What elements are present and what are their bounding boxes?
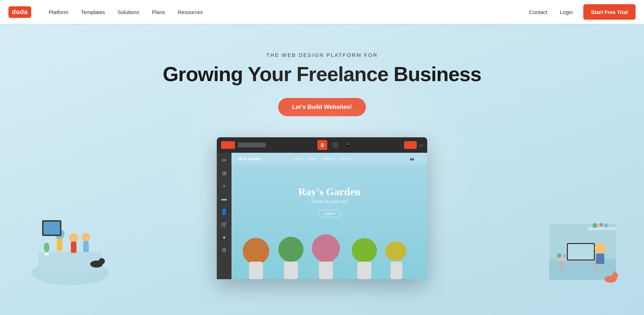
browser-red-button[interactable] xyxy=(221,141,235,149)
start-free-trial-button[interactable]: Start Free Trial xyxy=(583,4,636,20)
nav-item-solutions[interactable]: Solutions xyxy=(111,0,146,24)
facebook-icon: f xyxy=(416,157,417,160)
hero-cta-button[interactable]: Let's Build Websites! xyxy=(278,98,366,116)
svg-point-11 xyxy=(99,258,105,264)
media-icon[interactable]: ▬ xyxy=(221,196,227,202)
preview-nav-about: About xyxy=(308,157,317,160)
navbar: duda Platform Templates Solutions Plans … xyxy=(0,0,644,24)
plant-pots-row xyxy=(232,234,427,279)
user-icon[interactable]: 👤 xyxy=(221,208,228,215)
svg-point-27 xyxy=(592,223,597,228)
preview-nav-products: Products xyxy=(322,157,335,160)
pencil-icon[interactable]: ✏ xyxy=(222,157,227,164)
svg-point-20 xyxy=(352,238,377,263)
browser-url-bar xyxy=(238,143,266,147)
preview-nav: W Al Garden Home About Products Contact … xyxy=(232,153,427,165)
home-icon[interactable]: ⌂ xyxy=(420,142,423,148)
svg-rect-31 xyxy=(560,261,563,271)
svg-point-6 xyxy=(82,233,90,241)
svg-point-16 xyxy=(279,237,304,262)
nav-left: Platform Templates Solutions Plans Resou… xyxy=(42,0,523,24)
svg-rect-15 xyxy=(249,262,263,279)
browser-bar: 🖥 ⬛ 📱 ⌂ xyxy=(217,137,427,153)
nav-item-platform[interactable]: Platform xyxy=(42,0,75,24)
svg-rect-41 xyxy=(563,255,566,257)
browser-mockup: 🖥 ⬛ 📱 ⌂ ✏ ⊞ + ▬ 👤 🛒 xyxy=(217,137,427,279)
svg-point-38 xyxy=(612,273,618,279)
svg-rect-17 xyxy=(284,262,298,279)
preview-site-title: Ray's Garden xyxy=(298,186,361,198)
website-preview: W Al Garden Home About Products Contact … xyxy=(232,153,427,279)
hero-title: Growing Your Freelance Business xyxy=(163,63,481,85)
circle-icon[interactable]: ● xyxy=(222,234,226,241)
nav-item-resources[interactable]: Resources xyxy=(171,0,209,24)
right-illustration xyxy=(546,203,616,287)
preview-nav-items: Home About Products Contact xyxy=(294,157,351,160)
tablet-icon[interactable]: ⬛ xyxy=(330,140,340,150)
mobile-icon[interactable]: 📱 xyxy=(343,140,353,150)
browser-action-button[interactable] xyxy=(404,141,417,149)
editor-area: ✏ ⊞ + ▬ 👤 🛒 ● ⚙ W Al Garden Home xyxy=(217,153,427,279)
preview-site-subtitle: Plants for your soul xyxy=(311,199,348,204)
cart-icon[interactable]: 🛒 xyxy=(221,221,228,228)
svg-rect-40 xyxy=(557,254,561,258)
add-icon[interactable]: + xyxy=(222,183,226,189)
preview-nav-home: Home xyxy=(294,157,303,160)
svg-rect-25 xyxy=(549,259,616,280)
svg-rect-5 xyxy=(71,242,76,253)
preview-nav-contact: Contact xyxy=(340,157,351,160)
layers-icon[interactable]: ⊞ xyxy=(222,170,227,177)
svg-rect-21 xyxy=(357,262,371,279)
browser-frame: 🖥 ⬛ 📱 ⌂ ✏ ⊞ + ▬ 👤 🛒 xyxy=(217,137,427,279)
svg-point-13 xyxy=(44,243,49,252)
svg-rect-3 xyxy=(57,238,62,251)
svg-rect-19 xyxy=(319,262,333,279)
nav-item-plans[interactable]: Plans xyxy=(146,0,172,24)
nav-right: Contact Login Start Free Trial xyxy=(523,0,636,24)
twitter-icon: t xyxy=(419,157,420,160)
svg-rect-36 xyxy=(596,254,604,264)
logo[interactable]: duda xyxy=(8,6,31,18)
nav-item-templates[interactable]: Templates xyxy=(75,0,111,24)
svg-rect-7 xyxy=(83,241,89,252)
browser-device-icons: 🖥 ⬛ 📱 xyxy=(317,140,353,150)
settings-icon[interactable]: ⚙ xyxy=(222,247,227,254)
svg-rect-9 xyxy=(43,222,60,235)
preview-site-cta: Explore xyxy=(318,210,341,217)
svg-point-4 xyxy=(69,233,78,242)
editor-sidebar: ✏ ⊞ + ▬ 👤 🛒 ● ⚙ xyxy=(217,153,232,279)
nav-item-login[interactable]: Login xyxy=(554,0,579,24)
hero-section: THE WEB DESIGN PLATFORM FOR Growing Your… xyxy=(0,24,644,315)
svg-point-22 xyxy=(385,241,406,261)
browser-right-buttons: ⌂ xyxy=(404,141,423,149)
preview-social-icons: 📷 f t xyxy=(410,157,420,160)
svg-rect-34 xyxy=(568,244,594,260)
hero-subtitle: THE WEB DESIGN PLATFORM FOR xyxy=(266,52,378,58)
left-illustration xyxy=(28,196,112,287)
svg-point-28 xyxy=(599,223,603,227)
svg-point-14 xyxy=(243,238,269,264)
svg-rect-26 xyxy=(588,227,616,230)
nav-item-contact[interactable]: Contact xyxy=(523,0,554,24)
preview-hero-content: Ray's Garden Plants for your soul Explor… xyxy=(232,165,427,217)
svg-point-18 xyxy=(312,234,340,262)
desktop-icon[interactable]: 🖥 xyxy=(317,140,327,150)
instagram-icon: 📷 xyxy=(410,157,414,160)
svg-point-29 xyxy=(604,223,608,228)
preview-site-logo: W Al Garden xyxy=(239,157,262,161)
svg-point-35 xyxy=(595,243,606,254)
svg-rect-23 xyxy=(390,262,402,279)
